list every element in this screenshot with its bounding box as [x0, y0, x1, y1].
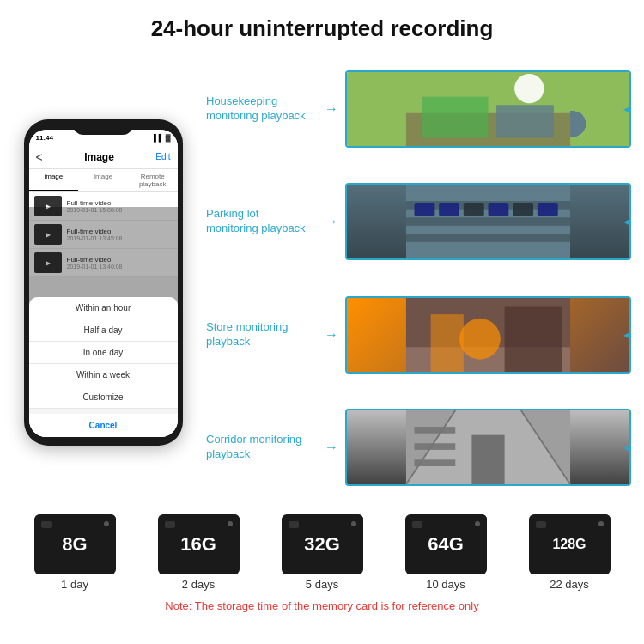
- monitor-photo-housekeeping: [347, 72, 629, 146]
- monitor-arrow-store: →: [325, 327, 338, 343]
- tab-remote[interactable]: Remote playback: [128, 169, 178, 191]
- dropdown-overlay: Within an hour Half a day In one day Wit…: [29, 207, 178, 437]
- monitor-photo-corridor: [347, 410, 629, 484]
- sd-label-64g: 10 days: [426, 578, 465, 591]
- dropdown-item-2[interactable]: Half a day: [29, 319, 178, 342]
- sd-card-128g: 128G 22 days: [529, 514, 611, 591]
- sd-notch-16g: [165, 521, 175, 528]
- sd-card-32g: 32G 5 days: [282, 514, 363, 591]
- sd-section: 8G 1 day 16G 2 days 32G 5 days: [0, 506, 644, 619]
- sd-cards-row: 8G 1 day 16G 2 days 32G 5 days: [13, 514, 631, 591]
- page-header: 24-hour uninterrupted recording: [0, 0, 644, 51]
- svg-rect-14: [538, 203, 558, 216]
- monitor-item-store: Store monitoringplayback →: [206, 281, 631, 389]
- sd-notch-8g: [41, 521, 52, 528]
- sd-dot-16g: [228, 521, 233, 526]
- edit-button[interactable]: Edit: [155, 152, 170, 161]
- sd-card-icon-32g: 32G: [282, 514, 363, 574]
- back-button[interactable]: <: [36, 150, 43, 164]
- monitor-arrow-corridor: →: [325, 440, 338, 455]
- svg-rect-25: [415, 427, 456, 434]
- dropdown-item-1[interactable]: Within an hour: [29, 297, 178, 319]
- phone-section: 11:44 ▌▌ ▓ < Image Edit image Image Remo…: [9, 51, 197, 506]
- sd-card-16g: 16G 2 days: [158, 514, 240, 591]
- sd-card-8g: 8G 1 day: [34, 514, 116, 591]
- monitor-label-corridor: Corridor monitoringplayback: [206, 433, 318, 462]
- sd-dot-8g: [104, 521, 109, 526]
- monitor-item-parking: Parking lotmonitoring playback →: [206, 167, 631, 276]
- status-icons: ▌▌ ▓: [154, 134, 170, 142]
- right-section: Housekeepingmonitoring playback → Parkin…: [206, 51, 635, 506]
- monitor-img-housekeeping: [345, 70, 631, 148]
- dropdown-item-5[interactable]: Customize: [29, 386, 178, 409]
- page-title: 24-hour uninterrupted recording: [17, 15, 627, 42]
- sd-card-icon-128g: 128G: [529, 514, 611, 574]
- svg-rect-12: [489, 203, 509, 216]
- cancel-button[interactable]: Cancel: [29, 409, 178, 437]
- svg-rect-24: [471, 435, 504, 484]
- monitor-img-parking: [345, 183, 631, 260]
- phone-frame: 11:44 ▌▌ ▓ < Image Edit image Image Remo…: [24, 119, 183, 446]
- svg-rect-19: [505, 306, 562, 371]
- monitor-label-housekeeping: Housekeepingmonitoring playback: [206, 94, 318, 124]
- sd-capacity-64g: 64G: [428, 533, 464, 556]
- svg-rect-17: [431, 314, 464, 372]
- phone-notch: [73, 119, 133, 135]
- monitor-img-corridor: [345, 409, 631, 486]
- monitor-item-housekeeping: Housekeepingmonitoring playback →: [206, 55, 631, 163]
- sd-card-icon-8g: 8G: [34, 514, 116, 574]
- sd-capacity-32g: 32G: [304, 533, 340, 556]
- dropdown-item-4[interactable]: Within a week: [29, 364, 178, 386]
- sd-card-icon-16g: 16G: [158, 514, 240, 574]
- monitor-img-store: [345, 296, 631, 374]
- svg-rect-9: [415, 203, 435, 216]
- tab-image2[interactable]: Image: [78, 169, 128, 191]
- svg-rect-4: [496, 105, 554, 137]
- note-text: Note: The storage time of the memory car…: [13, 596, 631, 619]
- svg-rect-3: [422, 97, 488, 138]
- main-content: 11:44 ▌▌ ▓ < Image Edit image Image Remo…: [0, 51, 644, 506]
- sd-label-128g: 22 days: [550, 578, 589, 591]
- sd-label-32g: 5 days: [306, 578, 338, 591]
- sd-notch-32g: [289, 521, 299, 528]
- svg-rect-27: [415, 459, 456, 466]
- phone-screen: 11:44 ▌▌ ▓ < Image Edit image Image Remo…: [29, 130, 178, 437]
- svg-point-2: [514, 74, 544, 103]
- svg-rect-10: [439, 203, 459, 216]
- monitor-photo-store: [347, 298, 629, 372]
- svg-rect-11: [464, 203, 484, 216]
- svg-rect-7: [406, 218, 570, 227]
- sd-capacity-16g: 16G: [180, 533, 216, 556]
- monitor-label-parking: Parking lotmonitoring playback: [206, 207, 318, 236]
- app-header: < Image Edit: [29, 145, 178, 169]
- monitor-arrow-housekeeping: →: [325, 101, 338, 117]
- monitor-item-corridor: Corridor monitoringplayback →: [206, 393, 631, 501]
- sd-dot-64g: [475, 521, 480, 526]
- sd-notch-64g: [412, 521, 422, 528]
- tab-bar: image Image Remote playback: [29, 169, 178, 192]
- sd-card-64g: 64G 10 days: [405, 514, 487, 591]
- sd-dot-32g: [351, 521, 356, 526]
- monitor-photo-parking: [347, 185, 629, 258]
- svg-point-18: [459, 319, 501, 360]
- sd-notch-128g: [536, 521, 546, 528]
- tab-image[interactable]: image: [29, 169, 79, 191]
- sd-label-8g: 1 day: [61, 578, 88, 591]
- svg-rect-8: [406, 234, 570, 243]
- dropdown-item-3[interactable]: In one day: [29, 342, 178, 364]
- monitor-arrow-parking: →: [325, 214, 338, 229]
- dropdown-menu: Within an hour Half a day In one day Wit…: [29, 297, 178, 437]
- monitor-label-store: Store monitoringplayback: [206, 320, 318, 349]
- app-title: Image: [84, 151, 114, 163]
- video-title-1: Full-time video: [67, 199, 173, 207]
- sd-card-icon-64g: 64G: [405, 514, 487, 574]
- sd-capacity-128g: 128G: [552, 537, 586, 552]
- svg-rect-26: [415, 443, 456, 450]
- sd-dot-128g: [598, 521, 604, 526]
- sd-capacity-8g: 8G: [62, 533, 87, 556]
- svg-rect-13: [513, 203, 533, 216]
- status-time: 11:44: [36, 134, 53, 142]
- sd-label-16g: 2 days: [182, 578, 215, 591]
